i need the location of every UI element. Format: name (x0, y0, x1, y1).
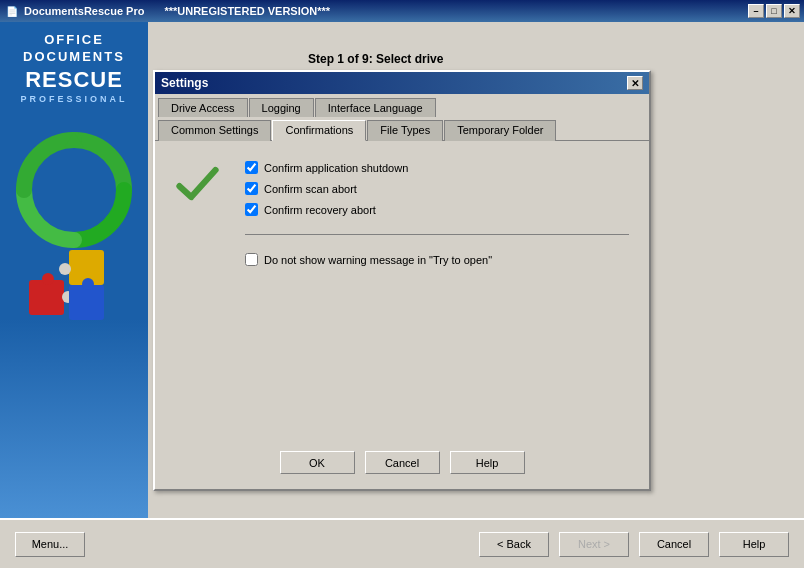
tab-common-settings[interactable]: Common Settings (158, 120, 271, 141)
svg-rect-2 (42, 273, 54, 285)
dialog-title: Settings (161, 76, 627, 90)
confirm-scan-abort-checkbox[interactable] (245, 182, 258, 195)
main-cancel-button[interactable]: Cancel (639, 532, 709, 557)
tab-logging[interactable]: Logging (249, 98, 314, 117)
title-bar: 📄 DocumentsRescue Pro ***UNREGISTERED VE… (0, 0, 804, 22)
confirm-shutdown-label: Confirm application shutdown (264, 162, 408, 174)
sidebar-rescue: RESCUE (20, 66, 127, 95)
tab-row-2: Common Settings Confirmations File Types… (155, 116, 649, 140)
dialog-title-bar: Settings ✕ (155, 72, 649, 94)
maximize-button[interactable]: □ (766, 4, 782, 18)
tab-confirmations[interactable]: Confirmations (272, 120, 366, 141)
app-icon: 📄 (4, 3, 20, 19)
app-title: DocumentsRescue Pro (24, 5, 144, 17)
back-button[interactable]: < Back (479, 532, 549, 557)
checkbox-confirm-scan-abort-row: Confirm scan abort (245, 182, 629, 195)
sidebar-professional: PROFESSIONAL (20, 94, 127, 106)
checkbox-confirm-shutdown-row: Confirm application shutdown (245, 161, 629, 174)
tab-temporary-folder[interactable]: Temporary Folder (444, 120, 556, 141)
tab-interface-language[interactable]: Interface Language (315, 98, 436, 117)
sidebar-title: OFFICE DOCUMENTS RESCUE PROFESSIONAL (20, 32, 127, 106)
title-bar-buttons: – □ ✕ (748, 4, 800, 18)
cancel-button[interactable]: Cancel (365, 451, 440, 474)
dialog-content: Confirm application shutdown Confirm sca… (155, 141, 649, 441)
checkmark-icon-area (175, 156, 225, 426)
svg-rect-6 (59, 263, 71, 275)
tab-file-types[interactable]: File Types (367, 120, 443, 141)
right-area: Step 1 of 9: Select drive Settings ✕ Dri… (148, 22, 804, 518)
svg-rect-8 (82, 278, 94, 290)
title-bar-text: DocumentsRescue Pro ***UNREGISTERED VERS… (24, 5, 748, 17)
confirm-recovery-abort-label: Confirm recovery abort (264, 204, 376, 216)
minimize-button[interactable]: – (748, 4, 764, 18)
next-button[interactable]: Next > (559, 532, 629, 557)
tab-drive-access[interactable]: Drive Access (158, 98, 248, 117)
main-content: OFFICE DOCUMENTS RESCUE PROFESSIONAL (0, 22, 804, 518)
main-help-button[interactable]: Help (719, 532, 789, 557)
app-subtitle: ***UNREGISTERED VERSION*** (164, 5, 330, 17)
svg-rect-7 (69, 285, 104, 320)
help-button[interactable]: Help (450, 451, 525, 474)
menu-button[interactable]: Menu... (15, 532, 85, 557)
confirm-shutdown-checkbox[interactable] (245, 161, 258, 174)
big-checkmark-icon (175, 161, 220, 206)
checkbox-confirm-recovery-abort-row: Confirm recovery abort (245, 203, 629, 216)
confirm-recovery-abort-checkbox[interactable] (245, 203, 258, 216)
sidebar-logo (14, 130, 134, 330)
puzzle-icon (24, 245, 114, 325)
ok-button[interactable]: OK (280, 451, 355, 474)
bottom-toolbar: Menu... < Back Next > Cancel Help (0, 518, 804, 568)
sidebar-office: OFFICE (20, 32, 127, 49)
tab-strip: Drive Access Logging Interface Language … (155, 94, 649, 141)
checkboxes-area: Confirm application shutdown Confirm sca… (245, 156, 629, 426)
no-warning-label: Do not show warning message in "Try to o… (264, 254, 492, 266)
settings-dialog: Settings ✕ Drive Access Logging Interfac… (153, 70, 651, 491)
confirm-scan-abort-label: Confirm scan abort (264, 183, 357, 195)
dialog-buttons: OK Cancel Help (155, 441, 649, 489)
close-button[interactable]: ✕ (784, 4, 800, 18)
sidebar-documents: DOCUMENTS (20, 49, 127, 66)
separator (245, 234, 629, 235)
checkbox-no-warning-row: Do not show warning message in "Try to o… (245, 253, 629, 266)
tab-row-1: Drive Access Logging Interface Language (155, 94, 649, 116)
svg-rect-1 (29, 280, 64, 315)
arrows-icon (14, 130, 134, 250)
dialog-close-button[interactable]: ✕ (627, 76, 643, 90)
sidebar: OFFICE DOCUMENTS RESCUE PROFESSIONAL (0, 22, 148, 518)
no-warning-checkbox[interactable] (245, 253, 258, 266)
